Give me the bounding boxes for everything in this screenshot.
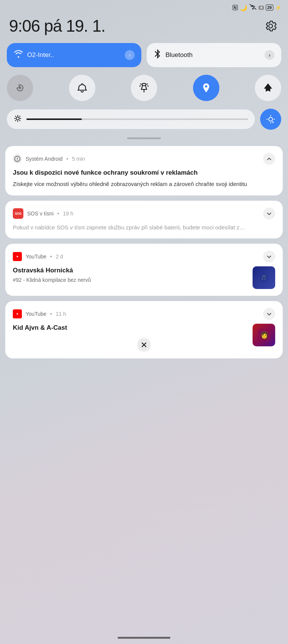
svg-text:🎵: 🎵	[261, 275, 267, 280]
time-display: 9:06 pá 19. 1.	[9, 17, 105, 35]
wifi-tile-arrow[interactable]: ›	[125, 50, 135, 60]
youtube-2-notification[interactable]: YouTube • 11 h Kid Ajvn & A-Cast 👩	[5, 301, 283, 358]
svg-point-8	[16, 117, 19, 120]
wifi-x-icon	[249, 4, 257, 11]
svg-text:A: A	[272, 120, 274, 124]
sos-time-val: 19 h	[63, 211, 73, 217]
battery-level: 29	[267, 5, 272, 10]
notif-header-yt2: YouTube • 11 h	[13, 308, 275, 320]
brightness-fill	[26, 118, 82, 120]
youtube-2-time-val: 11 h	[56, 311, 66, 317]
svg-line-14	[20, 120, 20, 121]
bluetooth-tile-icon	[153, 49, 162, 61]
youtube-2-app-name: YouTube	[26, 311, 46, 317]
youtube-1-content: Ostravská Hornická #92 - Klidná kompilac…	[13, 266, 275, 289]
android-system-icon	[13, 154, 22, 163]
settings-gear-button[interactable]	[262, 18, 279, 34]
moon-icon: 🌙	[240, 4, 247, 11]
flashlight-button[interactable]	[131, 75, 157, 101]
notifications-list: Systém Android • 5 min Jsou k dispozici …	[0, 146, 288, 366]
auto-brightness-button[interactable]: A	[260, 109, 281, 130]
svg-line-5	[146, 84, 148, 85]
drag-handle	[0, 137, 288, 146]
android-system-app-name: Systém Android	[26, 156, 63, 162]
brightness-slider[interactable]	[7, 109, 255, 129]
youtube-1-expand-button[interactable]	[263, 251, 275, 263]
sos-notification[interactable]: SOS SOS v tísni • 19 h Pokud v nabídce S…	[5, 201, 283, 239]
notification-close-button[interactable]	[137, 338, 151, 352]
youtube-1-app-name: YouTube	[26, 254, 46, 260]
android-system-body: Získejte více možností výběru ohledně zo…	[13, 180, 275, 189]
android-system-time-val: 5 min	[72, 156, 85, 162]
icon-buttons-row	[0, 75, 288, 109]
wifi-tile-label: O2-Inter..	[27, 51, 121, 59]
x-icon: ✕	[259, 6, 264, 10]
android-system-notification[interactable]: Systém Android • 5 min Jsou k dispozici …	[5, 146, 283, 195]
svg-line-4	[140, 84, 142, 85]
youtube-2-expand-button[interactable]	[263, 308, 275, 320]
youtube-2-app-icon	[13, 309, 22, 318]
youtube-2-thumbnail: 👩	[253, 324, 275, 346]
brightness-track[interactable]	[26, 118, 248, 120]
svg-line-6	[139, 86, 141, 86]
youtube-1-time-val: 2 d	[56, 254, 63, 260]
svg-line-15	[20, 116, 20, 117]
youtube-2-title: Kid Ajvn & A-Cast	[13, 324, 248, 332]
youtube-1-title: Ostravská Hornická	[13, 266, 248, 275]
status-bar: N 🌙 ✕ 29 ⚡	[0, 0, 288, 14]
brightness-row: A	[0, 109, 288, 137]
time-row: 9:06 pá 19. 1.	[0, 14, 288, 43]
battery-icon: 29	[266, 5, 273, 11]
battery-bolt-icon: ⚡	[275, 5, 281, 11]
wifi-tile[interactable]: O2-Inter.. ›	[7, 43, 141, 67]
bell-button[interactable]	[69, 75, 95, 101]
nfc-icon: N	[233, 5, 238, 10]
bluetooth-tile-arrow[interactable]: ›	[265, 50, 274, 60]
notif-header-android: Systém Android • 5 min	[13, 153, 275, 165]
sos-body: Pokud v nabídce SOS v tísni zapnete služ…	[13, 223, 275, 232]
location-button[interactable]	[193, 75, 219, 101]
sos-app-icon: SOS	[13, 208, 23, 219]
youtube-1-thumbnail: 🎵	[253, 266, 275, 289]
home-indicator[interactable]	[118, 637, 170, 639]
rotation-lock-button[interactable]	[7, 75, 33, 101]
bluetooth-tile[interactable]: Bluetooth ›	[147, 43, 281, 67]
drag-handle-bar	[127, 137, 161, 139]
status-icons: N 🌙 ✕ 29 ⚡	[233, 4, 281, 11]
youtube-1-notification[interactable]: YouTube • 2 d Ostravská Hornická #92 - K…	[5, 244, 283, 296]
svg-line-16	[15, 120, 16, 121]
wifi-tile-icon	[14, 50, 23, 60]
youtube-1-app-icon	[13, 252, 22, 261]
android-system-title: Jsou k dispozici nové funkce ochrany sou…	[13, 169, 275, 177]
sos-app-name: SOS v tísni	[27, 211, 54, 217]
svg-line-13	[15, 116, 16, 117]
notif-header-sos: SOS SOS v tísni • 19 h	[13, 207, 275, 220]
airplane-mode-button[interactable]	[255, 75, 281, 101]
svg-text:👩: 👩	[260, 331, 269, 339]
brightness-icon	[14, 114, 22, 124]
sos-expand-button[interactable]	[263, 207, 275, 220]
quick-tiles-row: O2-Inter.. › Bluetooth ›	[0, 43, 288, 75]
svg-line-7	[147, 86, 149, 86]
android-system-time: •	[66, 156, 68, 162]
android-system-collapse-button[interactable]	[263, 153, 275, 165]
notif-header-yt1: YouTube • 2 d	[13, 251, 275, 263]
bottom-nav-bar	[0, 631, 288, 644]
bluetooth-tile-label: Bluetooth	[165, 51, 261, 59]
svg-point-25	[17, 160, 18, 160]
youtube-1-body: #92 - Klidná kompilace bez nervů	[13, 276, 248, 284]
